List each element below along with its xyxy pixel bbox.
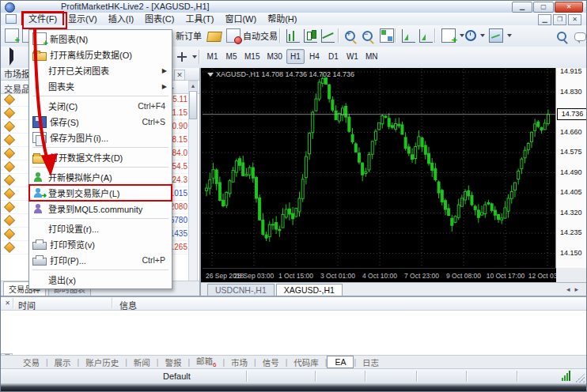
price-axis[interactable]: 14.91514.83014.74514.66014.57514.49014.4…: [555, 68, 587, 268]
print-icon: [32, 258, 47, 266]
mdi-minimize-button[interactable]: ▁: [538, 14, 551, 25]
timeframe-bar: M1M5M15M30H1H4D1W1MN: [203, 49, 381, 64]
line-chart-mode-button[interactable]: [319, 28, 337, 43]
chart-shift-button[interactable]: [417, 28, 435, 43]
menubar-item-6[interactable]: 窗口(W): [219, 13, 262, 25]
minimize-button[interactable]: ▁: [512, 2, 532, 13]
zoom-out-button[interactable]: −: [360, 28, 375, 43]
terminal-tab-信号[interactable]: 信号: [256, 356, 286, 369]
terminal-tab-市场[interactable]: 市场: [225, 356, 254, 369]
resize-grip[interactable]: [575, 373, 585, 383]
maximize-button[interactable]: ▢: [533, 2, 554, 13]
file-menu-item-登录到交易账户L[interactable]: ➜登录到交易账户(L): [29, 185, 172, 201]
timeframe-h1[interactable]: H1: [286, 49, 305, 64]
timeframe-d1[interactable]: D1: [324, 49, 343, 64]
file-menu-item-打开离线历史数据O[interactable]: 打开离线历史数据(O): [29, 47, 172, 62]
menu-item-label: 退出(x): [48, 273, 76, 286]
mql5-market-button[interactable]: [205, 28, 224, 43]
file-menu-item-保存为图片i[interactable]: 保存为图片(i)...: [29, 130, 172, 145]
timeframe-m30[interactable]: M30: [263, 49, 285, 64]
new-chart-button[interactable]: [2, 28, 21, 43]
menubar-item-5[interactable]: 工具(T): [180, 13, 219, 25]
terminal-tab-邮箱[interactable]: 邮箱6: [190, 354, 222, 369]
chart-plot-area[interactable]: XAGUSD-,H1 14.708 14.736 14.702 14.736: [203, 69, 556, 268]
chart-tab-scroll-arrows[interactable]: ◂▸: [566, 285, 583, 293]
templates-button[interactable]: [487, 28, 514, 43]
axis-corner: [556, 268, 587, 282]
bid-price: 5780: [170, 216, 187, 224]
file-menu-item-保存S[interactable]: 保存(S)Ctrl+S: [29, 114, 172, 130]
file-menu-item-退出x[interactable]: 退出(x): [29, 272, 172, 288]
time-axis[interactable]: 26 Sep 201828 Sep 03:001 Oct 15:003 Oct …: [203, 268, 556, 283]
file-menu-item-打印预览v[interactable]: 打印预览(v): [29, 236, 172, 252]
timeframe-m15[interactable]: M15: [241, 49, 263, 64]
timeframe-w1[interactable]: W1: [343, 49, 362, 64]
terminal-tab-账户历史[interactable]: 账户历史: [79, 356, 125, 369]
file-menu-item-关闭C[interactable]: 关闭(C)Ctrl+F4: [29, 98, 172, 114]
file-menu-item-图表夹[interactable]: 图表夹▶: [29, 78, 172, 94]
file-menu-item-打印P[interactable]: 打印(P)...Ctrl+P: [29, 252, 172, 268]
file-menu-item-新图表N[interactable]: 新图表(N): [29, 31, 172, 47]
time-column-header[interactable]: 时间: [18, 299, 36, 311]
symbol-icon: [4, 228, 15, 239]
scrollbar-thumb[interactable]: [189, 91, 197, 119]
symbol-icon: [4, 134, 15, 145]
mdi-close-button[interactable]: ✕: [568, 14, 581, 25]
new-order-button[interactable]: 新订单: [173, 28, 204, 43]
periods-button[interactable]: [463, 28, 487, 43]
file-menu-item-登录到MQL5commu[interactable]: 登录到MQL5.community: [29, 201, 172, 217]
app-window: ProfitMarketHK-Live2 - [XAGUSD-,H1] ▁ ▢ …: [0, 0, 587, 392]
menubar-item-1[interactable]: 文件(F): [23, 13, 62, 25]
menubar-item-7[interactable]: 帮助(H): [262, 13, 302, 25]
autotrading-button[interactable]: 自动交易: [224, 28, 280, 43]
chart-tab[interactable]: USDCNH-,H1: [207, 284, 275, 296]
folder-icon: [32, 155, 47, 164]
menubar-item-4[interactable]: 图表(C): [139, 13, 180, 25]
tile-windows-button[interactable]: [377, 28, 396, 43]
chart-window-icon[interactable]: [6, 14, 17, 24]
price-axis-label: 14.405: [560, 188, 582, 196]
terminal-tab-代码库[interactable]: 代码库: [287, 356, 325, 369]
timeframe-h4[interactable]: H4: [305, 49, 324, 64]
zoom-in-button[interactable]: +: [343, 28, 358, 43]
file-menu-item-打印设置r[interactable]: 打印设置(r)...: [29, 220, 172, 236]
terminal-tab-警报[interactable]: 警报: [158, 356, 187, 369]
menu-bar: 文件(F)显示(V)插入(I)图表(C)工具(T)窗口(W)帮助(H) ▁ ❐ …: [1, 13, 586, 26]
terminal-tab-新闻[interactable]: 新闻: [127, 356, 157, 369]
cursor-tool-button[interactable]: [4, 49, 21, 65]
scroll-up-icon[interactable]: ▲: [189, 81, 197, 90]
timeframe-m1[interactable]: M1: [203, 49, 222, 64]
file-menu-item-打开数据文件夹D[interactable]: 打开数据文件夹(D): [29, 149, 172, 165]
bar-chart-mode-button[interactable]: [284, 28, 302, 43]
terminal-tab-交易[interactable]: 交易: [17, 356, 46, 369]
price-axis-label: 14.660: [560, 128, 582, 136]
timeframe-m5[interactable]: M5: [222, 49, 240, 64]
chat-button[interactable]: [572, 28, 587, 43]
close-button[interactable]: ✕: [555, 2, 583, 13]
message-column-header[interactable]: 信息: [119, 299, 137, 311]
crosshair-tool-button[interactable]: [173, 49, 199, 65]
symbol-icon: [4, 175, 15, 186]
title-bar: ProfitMarketHK-Live2 - [XAGUSD-,H1] ▁ ▢ …: [1, 1, 586, 13]
mdi-restore-button[interactable]: ❐: [553, 14, 566, 25]
file-menu-dropdown: 新图表(N)打开离线历史数据(O)打开已关闭图表▶图表夹▶关闭(C)Ctrl+F…: [28, 29, 172, 289]
auto-scroll-button[interactable]: [400, 28, 418, 43]
file-menu-item-打开已关闭图表[interactable]: 打开已关闭图表▶: [29, 62, 172, 78]
timeframe-mn[interactable]: MN: [362, 49, 381, 64]
bid-price: 2080: [170, 202, 187, 211]
time-axis-label: 4 Oct 10:00: [362, 272, 397, 280]
profile-status[interactable]: Default: [163, 371, 191, 381]
login-icon: ➜: [32, 187, 45, 198]
chart-tab[interactable]: XAGUSD-,H1: [276, 284, 343, 296]
file-menu-item-开新模拟帐户A[interactable]: 开新模拟帐户(A): [29, 169, 172, 185]
menu-item-label: 保存为图片(i)...: [50, 131, 108, 144]
terminal-tab-EA[interactable]: EA: [327, 356, 354, 368]
menubar-item-3[interactable]: 插入(I): [103, 13, 139, 25]
search-button[interactable]: [555, 28, 569, 43]
candlestick-mode-button[interactable]: [301, 28, 320, 43]
terminal-close-icon[interactable]: ✕: [3, 299, 12, 307]
terminal-tab-日志[interactable]: 日志: [356, 356, 385, 369]
terminal-tab-展示[interactable]: 展示: [48, 356, 78, 369]
market-watch-close-icon[interactable]: ✕: [174, 70, 185, 81]
menubar-item-2[interactable]: 显示(V): [62, 13, 103, 25]
